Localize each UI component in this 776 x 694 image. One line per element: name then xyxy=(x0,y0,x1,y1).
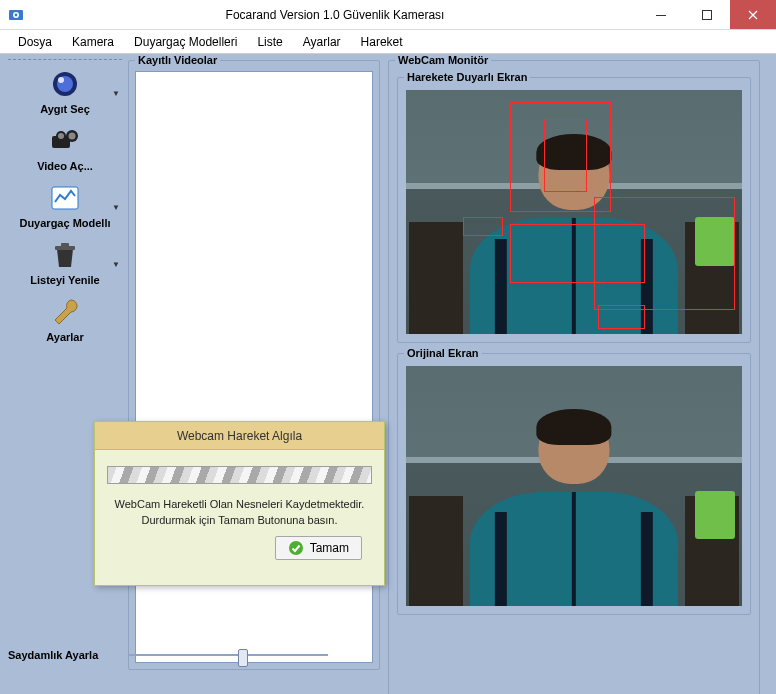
refresh-list-button[interactable]: Listeyi Yenile ▼ xyxy=(8,235,122,292)
svg-point-16 xyxy=(289,541,303,555)
window-controls xyxy=(638,0,776,29)
app-icon xyxy=(8,7,24,23)
window-title: Focarand Version 1.0 Güvenlik Kamerası xyxy=(32,8,638,22)
menu-file[interactable]: Dosya xyxy=(8,32,62,52)
settings-label: Ayarlar xyxy=(46,331,84,343)
detector-models-label: Duyargaç Modellı xyxy=(19,217,110,229)
svg-rect-3 xyxy=(656,15,666,16)
original-screen-group: Orijinal Ekran xyxy=(397,353,751,615)
original-camera-feed xyxy=(406,366,742,606)
recorded-videos-title: Kayıtlı Videolar xyxy=(135,54,220,66)
transparency-label: Saydamlık Ayarla xyxy=(8,649,98,661)
select-device-button[interactable]: Aygıt Seç ▼ xyxy=(8,64,122,121)
open-video-button[interactable]: Video Aç... xyxy=(8,121,122,178)
transparency-slider[interactable] xyxy=(128,646,328,664)
motion-rect xyxy=(463,217,503,237)
svg-point-11 xyxy=(69,133,76,140)
menu-settings[interactable]: Ayarlar xyxy=(293,32,351,52)
webcam-monitor-group: WebCam Monitör Harekete Duyarlı Ekran xyxy=(388,60,760,694)
menu-models[interactable]: Duyargaç Modelleri xyxy=(124,32,247,52)
svg-rect-4 xyxy=(703,10,712,19)
progress-bar xyxy=(107,466,372,484)
chevron-down-icon: ▼ xyxy=(112,259,120,268)
webcam-monitor-title: WebCam Monitör xyxy=(395,54,491,66)
title-bar: Focarand Version 1.0 Güvenlik Kamerası xyxy=(0,0,776,30)
motion-rect xyxy=(598,305,645,329)
side-toolbar: Aygıt Seç ▼ Video Aç... Duyargaç Modellı… xyxy=(8,58,122,349)
content-area: Aygıt Seç ▼ Video Aç... Duyargaç Modellı… xyxy=(0,54,776,694)
close-button[interactable] xyxy=(730,0,776,29)
ok-label: Tamam xyxy=(310,541,349,555)
motion-rect xyxy=(544,119,588,192)
motion-record-dialog: Webcam Hareket Algıla WebCam Hareketli O… xyxy=(94,421,385,586)
dialog-title: Webcam Hareket Algıla xyxy=(95,422,384,450)
maximize-button[interactable] xyxy=(684,0,730,29)
svg-point-2 xyxy=(15,13,18,16)
svg-rect-15 xyxy=(61,243,69,247)
dialog-line2: Durdurmak için Tamam Butonuna basın. xyxy=(107,514,372,526)
settings-button[interactable]: Ayarlar xyxy=(8,292,122,349)
wrench-icon xyxy=(49,296,81,328)
menu-list[interactable]: Liste xyxy=(247,32,292,52)
original-screen-title: Orijinal Ekran xyxy=(404,347,482,359)
slider-thumb[interactable] xyxy=(238,649,248,667)
menu-bar: Dosya Kamera Duyargaç Modelleri Liste Ay… xyxy=(0,30,776,54)
check-icon xyxy=(288,540,304,556)
menu-camera[interactable]: Kamera xyxy=(62,32,124,52)
dialog-body: WebCam Hareketli Olan Nesneleri Kaydetme… xyxy=(95,450,384,568)
refresh-list-label: Listeyi Yenile xyxy=(30,274,100,286)
transparency-row: Saydamlık Ayarla xyxy=(8,646,328,664)
chevron-down-icon: ▼ xyxy=(112,88,120,97)
open-video-label: Video Aç... xyxy=(37,160,93,172)
svg-point-12 xyxy=(58,133,64,139)
chevron-down-icon: ▼ xyxy=(112,202,120,211)
video-camera-icon xyxy=(49,125,81,157)
toolbar-separator xyxy=(8,59,122,60)
minimize-button[interactable] xyxy=(638,0,684,29)
motion-screen-title: Harekete Duyarlı Ekran xyxy=(404,71,530,83)
menu-motion[interactable]: Hareket xyxy=(351,32,413,52)
motion-screen-group: Harekete Duyarlı Ekran xyxy=(397,77,751,343)
svg-point-7 xyxy=(58,77,64,83)
dialog-line1: WebCam Hareketli Olan Nesneleri Kaydetme… xyxy=(107,498,372,510)
detector-models-button[interactable]: Duyargaç Modellı ▼ xyxy=(8,178,122,235)
select-device-label: Aygıt Seç xyxy=(40,103,90,115)
ok-button[interactable]: Tamam xyxy=(275,536,362,560)
camera-lens-icon xyxy=(49,68,81,100)
trash-icon xyxy=(49,239,81,271)
motion-camera-feed xyxy=(406,90,742,334)
chart-icon xyxy=(49,182,81,214)
motion-rect xyxy=(594,197,735,309)
